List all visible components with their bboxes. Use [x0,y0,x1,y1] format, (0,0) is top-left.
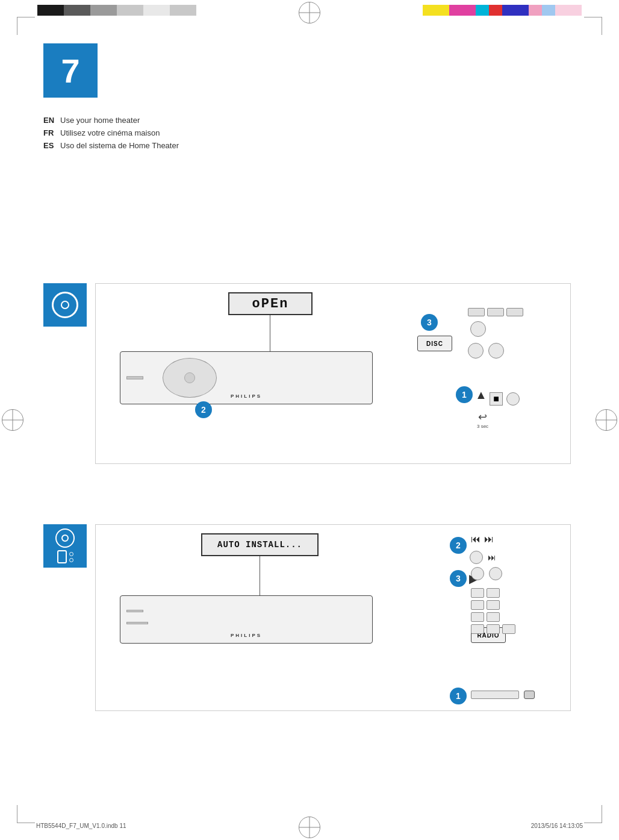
colorbar-left [37,5,196,16]
circle-btn-2 [471,567,484,580]
remote-icon-s2 [57,550,73,563]
reg-mark-right [596,409,617,431]
lang-text-es: Uso del sistema de Home Theater [60,141,179,150]
lang-code-fr: FR [43,128,60,137]
crop-mark-tl [17,17,35,35]
section1-icon-box [43,283,87,327]
eject-section: 1 ▲ [456,386,487,403]
disc-center [184,372,195,383]
remote-section1: 1 ▲ ■ ↩ 3 sec [468,302,552,453]
num-btn-7 [471,624,484,634]
language-section: EN Use your home theater FR Utilisez vot… [43,116,179,154]
next-icon-2: ⏭ [488,553,496,562]
num-btn-empty2 [502,600,515,610]
remote-body-icon [57,550,67,563]
num-btn-9 [502,624,515,634]
play-circle [506,392,520,406]
device-logo-2: PHILIPS [231,633,262,638]
section1: oPEn PHILIPS 2 3 DISC [43,283,573,464]
colorbar-right [423,5,582,16]
remote-btn-small-2 [487,308,504,316]
chapter-box: 7 [43,43,98,98]
dot-1 [69,552,73,556]
skip-prev-icon: ⏮ [471,534,481,545]
section1-diagram: oPEn PHILIPS 2 3 DISC [95,283,571,464]
footer: HTB5544D_F7_UM_V1.0.indb 11 2013/5/16 14… [0,823,619,829]
num-btn-5 [471,612,484,622]
dot-2 [69,558,73,562]
disc-tray [163,358,217,398]
callout-1-s2: 1 [450,688,467,704]
crop-mark-br [584,805,602,823]
disc-icon-s2 [55,528,75,548]
chapter-number: 7 [61,51,79,90]
lang-code-es: ES [43,141,60,150]
curved-arrow-icon: ↩ [477,410,488,424]
section2: AUTO INSTALL... PHILIPS 2 ⏮ ⏭ [43,524,573,711]
open-connector-line [270,315,270,351]
device-body: PHILIPS [120,351,373,404]
eject-symbol: ▲ [475,388,487,402]
remote-mid-row [468,343,552,359]
callout-1-s1: 1 [456,386,473,403]
device-slot [126,377,143,380]
crop-mark-tr [584,17,602,35]
disc-circle-icon [52,292,78,318]
remote-circle-2 [468,343,484,359]
lang-row-fr: FR Utilisez votre cinéma maison [43,128,179,137]
section2-diagram: AUTO INSTALL... PHILIPS 2 ⏮ ⏭ [95,524,571,711]
device-logo-1: PHILIPS [231,393,262,399]
num-btn-6 [487,612,500,622]
callout-3-s2: 3 [450,570,467,587]
remote-dots-icon [69,552,73,562]
lang-text-fr: Utilisez votre cinéma maison [60,128,160,137]
remote-circle-1 [470,321,486,337]
remote-btn-small-3 [506,308,523,316]
remote-section2: 2 ⏮ ⏭ ⏭ 3 ▶ RADIO [459,534,558,706]
lang-text-en: Use your home theater [60,116,140,125]
circle-btn-3 [489,567,502,580]
open-text: oPEn [252,296,289,312]
disc-remote-icon [55,528,75,563]
skip-next-icon: ⏭ [484,534,494,545]
callout-2-s1: 2 [195,401,212,418]
device-slot-3 [126,622,148,624]
auto-install-text: AUTO INSTALL... [217,540,302,550]
three-sec-label: 3 sec [477,424,488,429]
reg-mark-left [2,409,23,431]
disc-button[interactable]: DISC [417,336,452,351]
crop-mark-bl [17,805,35,823]
num-bar-bottom [471,691,519,699]
open-display: oPEn [228,292,313,315]
remote-top-row [468,302,552,316]
device-slot-2 [126,610,143,612]
num-btn-empty [502,588,515,598]
auto-connector-line [260,556,260,595]
lang-code-en: EN [43,116,60,125]
num-btn-3 [471,600,484,610]
num-btn-1 [471,588,484,598]
three-sec-section: ↩ 3 sec [477,410,488,429]
auto-install-display: AUTO INSTALL... [201,533,319,556]
mid-circle-row [471,567,502,580]
standby-btn [524,691,535,699]
num-btn-2 [487,588,500,598]
number-grid [471,588,515,634]
reg-mark-top [299,2,320,24]
stop-play-row: ■ [490,392,520,406]
footer-right: 2013/5/16 14:13:05 [531,823,583,829]
callout-3-s1: 3 [421,314,438,331]
device-body-2: PHILIPS [120,595,373,644]
remote-btn-small-1 [468,308,485,316]
skip-row: ⏮ ⏭ [471,534,494,545]
footer-left: HTB5544D_F7_UM_V1.0.indb 11 [36,823,126,829]
circle-btn-1 [470,551,483,564]
stop-btn: ■ [490,392,503,406]
lang-row-en: EN Use your home theater [43,116,179,125]
num-btn-4 [487,600,500,610]
small-circles-row: ⏭ [470,551,496,564]
remote-circle-3 [488,343,504,359]
section2-icon-box [43,524,87,568]
num-btn-8 [487,624,500,634]
num-btn-empty3 [502,612,515,622]
